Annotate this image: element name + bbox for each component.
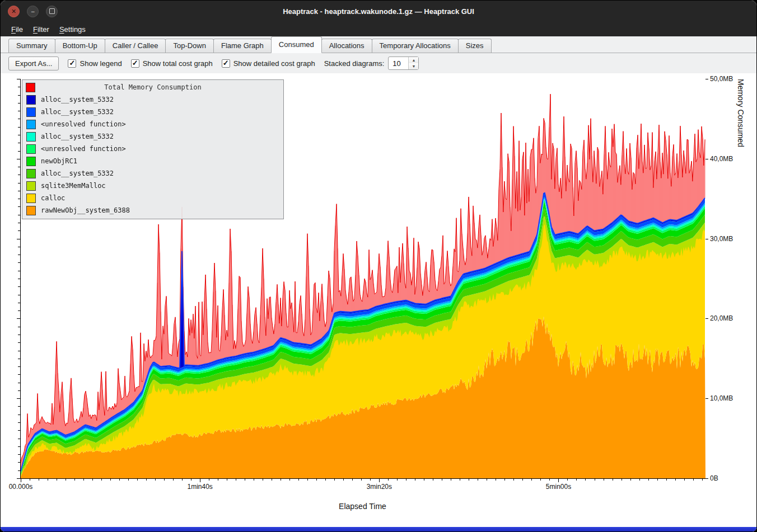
x-axis-tick: [325, 478, 326, 481]
x-axis-tick: [316, 478, 317, 481]
stepper-buttons: [408, 57, 418, 69]
x-axis-tick: [693, 478, 694, 481]
x-axis-tick: [504, 478, 505, 481]
y-axis-tick: [18, 87, 21, 87]
legend-item: <unresolved function>: [22, 143, 283, 155]
stepper-up-button[interactable]: [409, 57, 418, 63]
legend-swatch: [26, 95, 36, 105]
tab-bottom-up[interactable]: Bottom-Up: [55, 39, 105, 53]
x-axis-tick: [191, 478, 191, 481]
x-axis-tick: [522, 478, 523, 481]
x-axis-tick: [397, 478, 398, 481]
legend-label: <unresolved function>: [41, 145, 126, 153]
x-axis-tick: [218, 478, 218, 481]
checkbox-icon[interactable]: [68, 59, 76, 68]
legend-swatch: [26, 169, 36, 178]
x-tick-label: 3min20s: [367, 483, 392, 491]
x-axis-tick: [281, 478, 281, 481]
x-axis-tick: [289, 478, 290, 481]
show-legend-checkbox[interactable]: Show legend: [68, 59, 122, 68]
y-axis-tick: [17, 318, 21, 319]
y-axis-tick: [705, 398, 708, 399]
y-axis-tick: [18, 470, 21, 471]
x-axis-tick: [334, 478, 335, 481]
x-axis-tick: [272, 478, 272, 481]
x-axis-tick: [39, 478, 39, 481]
y-axis-tick: [705, 159, 708, 159]
legend-item: alloc__system_5332: [22, 93, 283, 106]
y-axis-tick: [18, 430, 21, 431]
menu-bar: File Filter Settings: [1, 22, 756, 36]
legend-item: rawNewObj__system_6388: [22, 204, 283, 216]
legend-swatch: [26, 83, 35, 92]
legend-label: <unresolved function>: [41, 120, 126, 128]
x-axis-tick: [227, 478, 227, 481]
x-axis-tick: [200, 478, 200, 482]
tab-flame-graph[interactable]: Flame Graph: [213, 39, 272, 53]
legend-label: rawNewObj__system_6388: [41, 206, 130, 214]
x-axis-tick: [478, 478, 478, 481]
x-axis-tick: [666, 478, 667, 481]
x-axis-tick: [540, 478, 541, 481]
y-axis-tick: [18, 462, 21, 463]
x-axis-tick: [21, 478, 21, 482]
export-as-button[interactable]: Export As...: [8, 57, 59, 70]
tab-caller-callee[interactable]: Caller / Callee: [105, 39, 166, 53]
y-axis-tick: [18, 286, 21, 287]
stepper-down-button[interactable]: [409, 63, 418, 69]
y-axis-tick: [18, 230, 21, 231]
y-axis-tick: [17, 398, 21, 399]
x-axis-tick: [263, 478, 263, 481]
y-axis-tick: [18, 151, 21, 152]
chart-legend: Total Memory Consumptionalloc__system_53…: [22, 79, 284, 219]
y-axis-tick: [18, 390, 21, 391]
x-axis-tick: [415, 478, 415, 481]
tab-allocations[interactable]: Allocations: [321, 39, 372, 53]
checkbox-icon[interactable]: [131, 59, 139, 68]
stacked-diagrams-spinbox[interactable]: 10: [388, 57, 419, 70]
menu-settings[interactable]: Settings: [54, 23, 91, 35]
tab-top-down[interactable]: Top-Down: [165, 39, 214, 53]
checkbox-icon[interactable]: [222, 59, 230, 68]
tab-temporary-allocations[interactable]: Temporary Allocations: [372, 39, 459, 53]
menu-file[interactable]: File: [6, 23, 28, 35]
x-axis-tick: [558, 478, 559, 482]
x-axis-tick: [307, 478, 308, 481]
toolbar: Export As... Show legend Show total cost…: [1, 53, 756, 73]
stacked-diagrams-control: Stacked diagrams: 10: [324, 57, 419, 70]
tab-sizes[interactable]: Sizes: [458, 39, 492, 53]
y-axis-tick: [18, 262, 21, 263]
y-axis-tick: [18, 103, 21, 103]
x-axis-tick: [298, 478, 299, 481]
y-axis-tick: [18, 310, 21, 311]
menu-filter[interactable]: Filter: [28, 23, 54, 35]
y-axis-tick: [18, 374, 21, 375]
y-tick-label: 40,0MB: [710, 155, 733, 163]
tab-summary[interactable]: Summary: [8, 39, 55, 53]
y-axis-tick: [18, 446, 21, 447]
legend-label: alloc__system_5332: [41, 108, 114, 116]
y-axis-tick: [18, 135, 21, 135]
show-total-cost-checkbox[interactable]: Show total cost graph: [131, 59, 213, 68]
y-axis-tick: [18, 303, 21, 303]
y-axis-tick: [705, 79, 708, 79]
x-axis-tick: [379, 478, 380, 482]
x-axis-tick: [173, 478, 174, 481]
x-axis-tick: [57, 478, 57, 481]
x-axis-tick: [74, 478, 75, 481]
x-axis-tick: [702, 478, 703, 481]
x-axis-tick: [648, 478, 649, 481]
tab-consumed[interactable]: Consumed: [271, 36, 322, 53]
show-detailed-cost-checkbox[interactable]: Show detailed cost graph: [222, 59, 315, 68]
x-axis-tick: [66, 478, 66, 481]
legend-swatch: [26, 144, 36, 154]
legend-label: newObjRC1: [41, 157, 77, 165]
x-axis-tick: [128, 478, 129, 481]
x-axis-tick: [684, 478, 685, 481]
chevron-up-icon: [412, 58, 415, 62]
y-axis-tick: [18, 199, 21, 199]
y-tick-label: 0B: [710, 474, 718, 482]
x-axis-title: Elapsed Time: [20, 502, 705, 511]
x-axis-tick: [361, 478, 362, 481]
y-axis-tick: [18, 415, 21, 415]
